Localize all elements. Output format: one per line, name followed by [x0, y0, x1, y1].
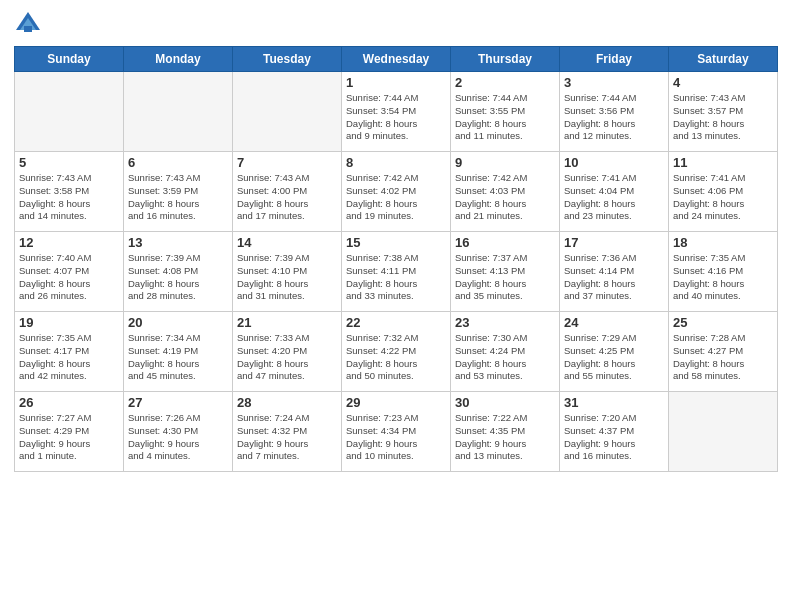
calendar-cell: 5Sunrise: 7:43 AMSunset: 3:58 PMDaylight… — [15, 152, 124, 232]
day-number: 14 — [237, 235, 337, 250]
calendar-cell: 9Sunrise: 7:42 AMSunset: 4:03 PMDaylight… — [451, 152, 560, 232]
calendar-cell: 15Sunrise: 7:38 AMSunset: 4:11 PMDayligh… — [342, 232, 451, 312]
day-info: Sunrise: 7:41 AMSunset: 4:04 PMDaylight:… — [564, 172, 664, 223]
day-info: Sunrise: 7:29 AMSunset: 4:25 PMDaylight:… — [564, 332, 664, 383]
day-number: 18 — [673, 235, 773, 250]
calendar-cell: 25Sunrise: 7:28 AMSunset: 4:27 PMDayligh… — [669, 312, 778, 392]
day-info: Sunrise: 7:28 AMSunset: 4:27 PMDaylight:… — [673, 332, 773, 383]
day-number: 24 — [564, 315, 664, 330]
calendar-cell: 1Sunrise: 7:44 AMSunset: 3:54 PMDaylight… — [342, 72, 451, 152]
day-info: Sunrise: 7:32 AMSunset: 4:22 PMDaylight:… — [346, 332, 446, 383]
calendar-cell: 24Sunrise: 7:29 AMSunset: 4:25 PMDayligh… — [560, 312, 669, 392]
calendar-cell: 19Sunrise: 7:35 AMSunset: 4:17 PMDayligh… — [15, 312, 124, 392]
day-info: Sunrise: 7:20 AMSunset: 4:37 PMDaylight:… — [564, 412, 664, 463]
weekday-header-wednesday: Wednesday — [342, 47, 451, 72]
day-info: Sunrise: 7:24 AMSunset: 4:32 PMDaylight:… — [237, 412, 337, 463]
weekday-header-sunday: Sunday — [15, 47, 124, 72]
weekday-header-tuesday: Tuesday — [233, 47, 342, 72]
day-number: 21 — [237, 315, 337, 330]
calendar-cell: 11Sunrise: 7:41 AMSunset: 4:06 PMDayligh… — [669, 152, 778, 232]
day-number: 6 — [128, 155, 228, 170]
day-number: 5 — [19, 155, 119, 170]
calendar-cell: 31Sunrise: 7:20 AMSunset: 4:37 PMDayligh… — [560, 392, 669, 472]
calendar-cell: 29Sunrise: 7:23 AMSunset: 4:34 PMDayligh… — [342, 392, 451, 472]
day-number: 20 — [128, 315, 228, 330]
day-number: 11 — [673, 155, 773, 170]
day-info: Sunrise: 7:42 AMSunset: 4:03 PMDaylight:… — [455, 172, 555, 223]
calendar-week-row: 26Sunrise: 7:27 AMSunset: 4:29 PMDayligh… — [15, 392, 778, 472]
day-number: 12 — [19, 235, 119, 250]
day-info: Sunrise: 7:27 AMSunset: 4:29 PMDaylight:… — [19, 412, 119, 463]
day-number: 9 — [455, 155, 555, 170]
day-number: 2 — [455, 75, 555, 90]
calendar-cell: 13Sunrise: 7:39 AMSunset: 4:08 PMDayligh… — [124, 232, 233, 312]
day-number: 25 — [673, 315, 773, 330]
day-info: Sunrise: 7:39 AMSunset: 4:08 PMDaylight:… — [128, 252, 228, 303]
calendar-table: SundayMondayTuesdayWednesdayThursdayFrid… — [14, 46, 778, 472]
day-info: Sunrise: 7:37 AMSunset: 4:13 PMDaylight:… — [455, 252, 555, 303]
day-info: Sunrise: 7:43 AMSunset: 3:58 PMDaylight:… — [19, 172, 119, 223]
calendar-cell: 8Sunrise: 7:42 AMSunset: 4:02 PMDaylight… — [342, 152, 451, 232]
day-info: Sunrise: 7:26 AMSunset: 4:30 PMDaylight:… — [128, 412, 228, 463]
calendar-cell: 4Sunrise: 7:43 AMSunset: 3:57 PMDaylight… — [669, 72, 778, 152]
day-number: 30 — [455, 395, 555, 410]
day-info: Sunrise: 7:22 AMSunset: 4:35 PMDaylight:… — [455, 412, 555, 463]
day-number: 7 — [237, 155, 337, 170]
day-number: 13 — [128, 235, 228, 250]
day-number: 16 — [455, 235, 555, 250]
calendar-cell: 7Sunrise: 7:43 AMSunset: 4:00 PMDaylight… — [233, 152, 342, 232]
day-number: 27 — [128, 395, 228, 410]
day-info: Sunrise: 7:41 AMSunset: 4:06 PMDaylight:… — [673, 172, 773, 223]
calendar-cell: 12Sunrise: 7:40 AMSunset: 4:07 PMDayligh… — [15, 232, 124, 312]
day-info: Sunrise: 7:43 AMSunset: 4:00 PMDaylight:… — [237, 172, 337, 223]
header — [14, 10, 778, 38]
day-info: Sunrise: 7:40 AMSunset: 4:07 PMDaylight:… — [19, 252, 119, 303]
day-info: Sunrise: 7:39 AMSunset: 4:10 PMDaylight:… — [237, 252, 337, 303]
day-number: 8 — [346, 155, 446, 170]
day-number: 29 — [346, 395, 446, 410]
weekday-header-friday: Friday — [560, 47, 669, 72]
calendar-cell: 21Sunrise: 7:33 AMSunset: 4:20 PMDayligh… — [233, 312, 342, 392]
calendar-week-row: 5Sunrise: 7:43 AMSunset: 3:58 PMDaylight… — [15, 152, 778, 232]
day-number: 3 — [564, 75, 664, 90]
day-info: Sunrise: 7:30 AMSunset: 4:24 PMDaylight:… — [455, 332, 555, 383]
calendar-cell — [233, 72, 342, 152]
calendar-cell: 18Sunrise: 7:35 AMSunset: 4:16 PMDayligh… — [669, 232, 778, 312]
calendar-cell: 16Sunrise: 7:37 AMSunset: 4:13 PMDayligh… — [451, 232, 560, 312]
day-info: Sunrise: 7:34 AMSunset: 4:19 PMDaylight:… — [128, 332, 228, 383]
calendar-week-row: 1Sunrise: 7:44 AMSunset: 3:54 PMDaylight… — [15, 72, 778, 152]
day-info: Sunrise: 7:44 AMSunset: 3:54 PMDaylight:… — [346, 92, 446, 143]
day-info: Sunrise: 7:33 AMSunset: 4:20 PMDaylight:… — [237, 332, 337, 383]
day-number: 23 — [455, 315, 555, 330]
calendar-cell: 30Sunrise: 7:22 AMSunset: 4:35 PMDayligh… — [451, 392, 560, 472]
day-number: 17 — [564, 235, 664, 250]
calendar-cell: 6Sunrise: 7:43 AMSunset: 3:59 PMDaylight… — [124, 152, 233, 232]
calendar-cell — [669, 392, 778, 472]
logo — [14, 10, 46, 38]
day-number: 22 — [346, 315, 446, 330]
day-info: Sunrise: 7:23 AMSunset: 4:34 PMDaylight:… — [346, 412, 446, 463]
day-info: Sunrise: 7:44 AMSunset: 3:56 PMDaylight:… — [564, 92, 664, 143]
logo-icon — [14, 10, 42, 38]
day-number: 31 — [564, 395, 664, 410]
weekday-header-saturday: Saturday — [669, 47, 778, 72]
day-info: Sunrise: 7:42 AMSunset: 4:02 PMDaylight:… — [346, 172, 446, 223]
calendar-week-row: 12Sunrise: 7:40 AMSunset: 4:07 PMDayligh… — [15, 232, 778, 312]
day-number: 10 — [564, 155, 664, 170]
calendar-cell: 3Sunrise: 7:44 AMSunset: 3:56 PMDaylight… — [560, 72, 669, 152]
day-number: 1 — [346, 75, 446, 90]
calendar-cell: 28Sunrise: 7:24 AMSunset: 4:32 PMDayligh… — [233, 392, 342, 472]
calendar-cell: 22Sunrise: 7:32 AMSunset: 4:22 PMDayligh… — [342, 312, 451, 392]
calendar-cell: 27Sunrise: 7:26 AMSunset: 4:30 PMDayligh… — [124, 392, 233, 472]
day-info: Sunrise: 7:36 AMSunset: 4:14 PMDaylight:… — [564, 252, 664, 303]
day-number: 4 — [673, 75, 773, 90]
day-number: 19 — [19, 315, 119, 330]
day-info: Sunrise: 7:38 AMSunset: 4:11 PMDaylight:… — [346, 252, 446, 303]
weekday-header-monday: Monday — [124, 47, 233, 72]
calendar-cell: 2Sunrise: 7:44 AMSunset: 3:55 PMDaylight… — [451, 72, 560, 152]
calendar-cell: 17Sunrise: 7:36 AMSunset: 4:14 PMDayligh… — [560, 232, 669, 312]
day-info: Sunrise: 7:43 AMSunset: 3:57 PMDaylight:… — [673, 92, 773, 143]
calendar-cell: 10Sunrise: 7:41 AMSunset: 4:04 PMDayligh… — [560, 152, 669, 232]
calendar-cell: 20Sunrise: 7:34 AMSunset: 4:19 PMDayligh… — [124, 312, 233, 392]
day-info: Sunrise: 7:35 AMSunset: 4:16 PMDaylight:… — [673, 252, 773, 303]
